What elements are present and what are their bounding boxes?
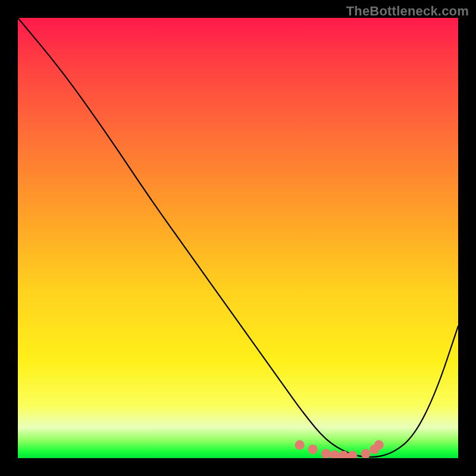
highlight-dot bbox=[374, 440, 384, 450]
highlight-dot bbox=[295, 440, 305, 450]
highlight-dot bbox=[321, 449, 331, 458]
highlight-dot bbox=[361, 449, 371, 458]
curve-line bbox=[18, 18, 458, 457]
plot-area bbox=[18, 18, 458, 458]
watermark-text: TheBottleneck.com bbox=[346, 4, 469, 19]
chart-frame: TheBottleneck.com bbox=[0, 0, 476, 476]
chart-svg bbox=[18, 18, 458, 458]
highlight-dot bbox=[347, 451, 357, 458]
highlight-dot bbox=[308, 444, 318, 454]
highlight-dot bbox=[330, 450, 340, 458]
